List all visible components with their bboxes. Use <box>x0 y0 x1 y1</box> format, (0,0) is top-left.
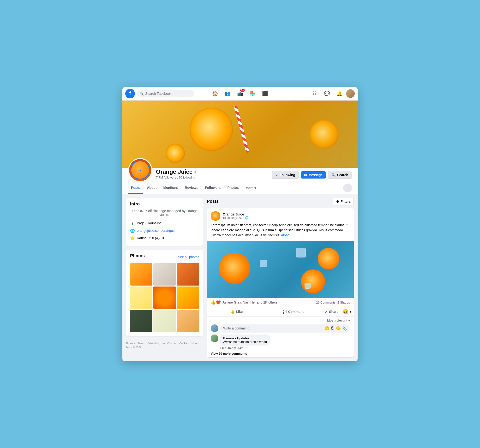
photo-thumb-6[interactable] <box>177 287 199 309</box>
commenter-avatar <box>211 335 219 342</box>
facebook-logo[interactable]: f <box>125 89 135 98</box>
comment-emoji-icons: 🙂 🖼 😊 📎 <box>325 326 347 331</box>
footer-privacy[interactable]: Privacy <box>126 342 135 345</box>
ice-cube-2 <box>260 260 267 267</box>
shares-count[interactable]: 2 Shares <box>338 301 350 304</box>
intro-website-link[interactable]: orangejuice.com/oranges <box>137 229 175 232</box>
sticker-icon[interactable]: 😊 <box>336 326 341 331</box>
page-footer: Privacy · Terms · Advertising · Ad Choic… <box>126 340 203 350</box>
share-action-icon: ↗ <box>325 310 328 314</box>
tab-posts[interactable]: Posts <box>128 182 143 194</box>
see-all-photos-link[interactable]: See all photos <box>178 255 199 259</box>
photo-thumb-1[interactable] <box>130 263 152 286</box>
commenter-own-avatar <box>211 324 219 332</box>
commenter-name[interactable]: Bananas Updates <box>223 336 267 340</box>
tab-followers[interactable]: Followers <box>202 182 223 194</box>
photo-thumb-8[interactable] <box>153 310 176 332</box>
sort-button[interactable]: Most relevant ▾ <box>327 319 350 322</box>
comment-input-row: Write a comment... 🙂 🖼 😊 📎 <box>211 324 350 333</box>
profile-info-bar: Orange Juice ✔ 7.7M followers . 70 follo… <box>122 168 358 182</box>
orange-slice-1 <box>190 108 233 151</box>
marketplace-nav-btn[interactable]: 🏪 <box>247 88 258 99</box>
footer-terms[interactable]: Terms <box>138 342 145 345</box>
photo-thumb-7[interactable] <box>130 310 152 332</box>
friends-icon: 👥 <box>225 91 231 97</box>
search-page-icon: 🔍 <box>332 173 336 177</box>
comment-button[interactable]: 💬 Comment <box>265 308 321 315</box>
orange-decoration-3 <box>318 248 339 269</box>
browser-window: f 🔍 🏠 👥 📺 9+ 🏪 ⬛ <box>122 87 358 361</box>
user-avatar[interactable] <box>346 89 355 98</box>
tab-reviews[interactable]: Reviews <box>182 182 201 194</box>
apps-btn[interactable]: ⠿ <box>309 88 320 99</box>
footer-advertising[interactable]: Advertising <box>147 342 160 345</box>
info-icon: ℹ <box>130 221 135 225</box>
post-hashtag[interactable]: #food <box>281 233 289 237</box>
notifications-btn[interactable]: 🔔 <box>334 88 345 99</box>
intro-type-text: Page · Jounalist <box>137 221 161 225</box>
footer-ad-choices[interactable]: Ad Choices <box>163 342 177 345</box>
reaction-icons[interactable]: 👍 ❤️ Juliane Gray, Nasi Her and 2K other… <box>211 300 278 305</box>
profile-stats: 7.7M followers . 70 following <box>156 176 268 179</box>
friends-nav-btn[interactable]: 👥 <box>222 88 233 99</box>
following-button[interactable]: ✓ Following <box>272 171 299 179</box>
comment-action-icon: 💬 <box>283 310 287 314</box>
post-author-name[interactable]: Orange Juice <box>223 212 249 216</box>
emoji-icon[interactable]: 🙂 <box>325 326 329 331</box>
search-page-button[interactable]: 🔍 Search <box>328 171 352 179</box>
photo-thumb-2[interactable] <box>153 263 176 286</box>
footer-meta: Meta © 2022 <box>126 346 141 349</box>
messenger-btn[interactable]: 💬 <box>321 88 333 99</box>
message-button[interactable]: ✉ Message <box>301 171 326 179</box>
share-extra-btn[interactable]: 😀 ▾ <box>342 309 352 315</box>
groups-nav-btn[interactable]: ⬛ <box>259 88 271 99</box>
filters-button[interactable]: ⚙ Filters <box>333 198 354 205</box>
view-more-comments[interactable]: View 20 more comments <box>211 352 350 355</box>
search-input[interactable] <box>145 92 188 96</box>
reaction-count: Juliane Gray, Nasi Her and 2K others <box>222 301 278 304</box>
photos-grid <box>130 263 199 332</box>
home-nav-btn[interactable]: 🏠 <box>209 88 221 99</box>
verified-badge: ✔ <box>194 169 198 175</box>
photo-thumb-5[interactable] <box>153 287 176 309</box>
ice-cube-3 <box>304 283 311 289</box>
tab-options-button[interactable]: ··· <box>343 183 352 192</box>
straw-decoration <box>234 105 249 153</box>
post-more-button[interactable]: ··· <box>341 212 350 220</box>
post-header: Orange Juice 18 January 2022 🌐 ··· <box>207 208 354 223</box>
comment-input-box[interactable]: Write a comment... 🙂 🖼 😊 📎 <box>220 324 350 333</box>
comment-text: Awesome nutrition profile #food <box>223 340 267 344</box>
like-emoji: 👍 <box>211 300 216 305</box>
gif-icon[interactable]: 🖼 <box>331 326 335 331</box>
search-page-label: Search <box>337 173 348 177</box>
like-action-label: Like <box>236 310 243 314</box>
like-button[interactable]: 👍 Like <box>209 308 264 315</box>
cover-decoration <box>122 101 358 168</box>
watch-nav-btn[interactable]: 📺 9+ <box>234 88 246 99</box>
globe-icon: 🌐 <box>130 228 135 233</box>
comment-reply-btn[interactable]: Reply <box>228 346 236 350</box>
share-button[interactable]: ↗ Share <box>322 308 341 315</box>
photo-thumb-4[interactable] <box>130 287 152 309</box>
photos-header: Photos See all photos <box>130 253 199 261</box>
post-body: Lorem ipsum dolor sit amet, consectetur … <box>207 223 354 241</box>
home-icon: 🏠 <box>212 91 218 97</box>
footer-more[interactable]: More <box>191 342 198 345</box>
photo-thumb-9[interactable] <box>177 310 199 332</box>
post-actions: 👍 Like 💬 Comment ↗ Share 😀 ▾ <box>207 307 354 317</box>
comment-like-btn[interactable]: Like <box>220 346 226 350</box>
tab-mentions[interactable]: Mentions <box>161 182 181 194</box>
navbar-center: 🏠 👥 📺 9+ 🏪 ⬛ <box>202 88 278 99</box>
post-privacy-icon: 🌐 <box>245 216 249 220</box>
attachment-icon[interactable]: 📎 <box>342 326 347 331</box>
tab-about[interactable]: About <box>144 182 159 194</box>
photo-thumb-3[interactable] <box>177 263 199 286</box>
tab-more[interactable]: More ▾ <box>243 183 259 193</box>
search-bar[interactable]: 🔍 <box>137 90 194 97</box>
comments-count[interactable]: 26 Comments <box>316 301 336 304</box>
post-image[interactable] <box>207 241 354 298</box>
share-avatar-icon: 😀 <box>343 309 349 315</box>
comment-bubble: Bananas Updates Awesome nutrition profil… <box>220 335 270 346</box>
tab-photos[interactable]: Photos <box>224 182 241 194</box>
footer-cookies[interactable]: Cookies <box>179 342 189 345</box>
